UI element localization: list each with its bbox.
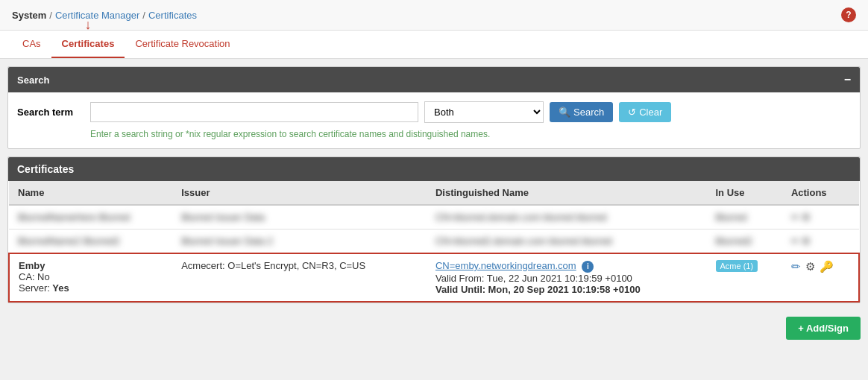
tab-arrow: ↓: [84, 17, 91, 33]
search-collapse-button[interactable]: −: [844, 73, 851, 86]
cell-in-use: Blurred2: [707, 229, 782, 254]
col-issuer: Issuer: [172, 181, 427, 205]
col-actions: Actions: [782, 181, 859, 205]
search-input[interactable]: [90, 102, 418, 122]
tab-certificates[interactable]: ↓ Certificates: [51, 31, 125, 58]
breadcrumb-system: System: [12, 10, 46, 21]
search-section-body: Search term Both Name Distinguished Name…: [8, 92, 860, 148]
table-header-row: Name Issuer Distinguished Name In Use Ac…: [9, 181, 859, 205]
gear-icon[interactable]: ⚙: [805, 260, 815, 273]
cert-name-text: Emby: [19, 260, 163, 271]
certificates-table: Name Issuer Distinguished Name In Use Ac…: [8, 181, 860, 303]
key-icon[interactable]: 🔑: [820, 260, 834, 273]
cell-name: BlurredNameHere Blurred: [9, 205, 172, 229]
cell-actions: ✏ ⚙: [782, 229, 859, 254]
info-icon[interactable]: i: [582, 261, 594, 273]
cell-issuer: Blurred Issuer Data 2: [172, 229, 427, 254]
cell-cert-actions: ✏ ⚙ 🔑: [782, 253, 859, 302]
cell-actions: ✏ ⚙: [782, 205, 859, 229]
col-dn: Distinguished Name: [427, 181, 707, 205]
search-icon: 🔍: [559, 107, 570, 118]
clear-button[interactable]: ↺ Clear: [619, 102, 671, 122]
in-use-badge: Acme (1): [716, 260, 758, 272]
cell-cert-dn: CN=emby.networkingdream.com i Valid From…: [427, 253, 707, 302]
cell-dn: CN=blurred.domain.com blurred blurred: [427, 205, 707, 229]
col-name: Name: [9, 181, 172, 205]
cell-dn: CN=blurred2.domain.com blurred blurred: [427, 229, 707, 254]
tabs-container: CAs ↓ Certificates Certificate Revocatio…: [0, 31, 868, 59]
cell-cert-name: Emby CA: No Server: Yes: [9, 253, 172, 302]
cell-issuer: Blurred Issuer Data: [172, 205, 427, 229]
tab-revocation[interactable]: Certificate Revocation: [125, 31, 240, 58]
refresh-icon: ↺: [628, 107, 636, 118]
cell-in-use: Blurred: [707, 205, 782, 229]
search-row: Search term Both Name Distinguished Name…: [17, 101, 851, 123]
cert-server-value: Yes: [52, 282, 69, 294]
search-hint: Enter a search string or *nix regular ex…: [90, 129, 851, 139]
header: System / Certificate Manager / Certifica…: [0, 0, 868, 31]
breadcrumb-cert-manager[interactable]: Certificate Manager: [55, 10, 139, 21]
search-button[interactable]: 🔍 Search: [550, 102, 613, 122]
help-icon[interactable]: ?: [841, 7, 856, 22]
dn-link[interactable]: CN=emby.networkingdream.com: [435, 260, 576, 271]
search-term-label: Search term: [17, 107, 84, 118]
breadcrumb-certificates[interactable]: Certificates: [148, 10, 197, 21]
table-row: BlurredNameHere Blurred Blurred Issuer D…: [9, 205, 859, 229]
edit-icon[interactable]: ✏: [791, 260, 801, 273]
valid-from: Valid From: Tue, 22 Jun 2021 10:19:59 +0…: [435, 273, 698, 284]
cell-cert-issuer: Acmecert: O=Let's Encrypt, CN=R3, C=US: [172, 253, 427, 302]
valid-until: Valid Until: Mon, 20 Sep 2021 10:19:58 +…: [435, 284, 698, 295]
col-in-use: In Use: [707, 181, 782, 205]
certificates-section: Certificates Name Issuer Distinguished N…: [7, 156, 861, 303]
cert-server-detail: Server: Yes: [19, 282, 163, 294]
search-section: Search − Search term Both Name Distingui…: [7, 66, 861, 149]
cert-ca-value: No: [37, 271, 50, 282]
search-type-select[interactable]: Both Name Distinguished Name: [424, 101, 544, 123]
action-icons: ✏ ⚙ 🔑: [791, 260, 849, 273]
certificates-section-header: Certificates: [8, 157, 860, 181]
highlighted-cert-row: Emby CA: No Server: Yes Acmecert: O=Let'…: [9, 253, 859, 302]
breadcrumb: System / Certificate Manager / Certifica…: [12, 10, 197, 21]
table-row: BlurredName2 Blurred2 Blurred Issuer Dat…: [9, 229, 859, 254]
breadcrumb-sep2: /: [142, 10, 145, 21]
search-section-title: Search: [17, 75, 49, 86]
cert-ca-detail: CA: No: [19, 271, 163, 282]
cell-cert-in-use: Acme (1): [707, 253, 782, 302]
add-btn-container: + Add/Sign: [0, 311, 868, 346]
add-sign-button[interactable]: + Add/Sign: [786, 317, 861, 340]
breadcrumb-sep1: /: [49, 10, 52, 21]
cell-name: BlurredName2 Blurred2: [9, 229, 172, 254]
tab-cas[interactable]: CAs: [12, 31, 51, 58]
search-section-header: Search −: [8, 67, 860, 92]
